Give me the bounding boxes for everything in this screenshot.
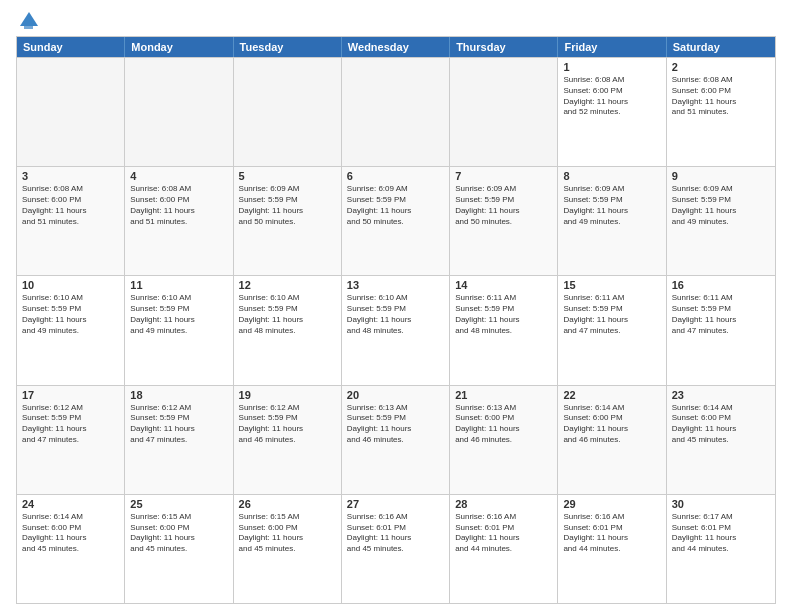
day-number: 10 — [22, 279, 119, 291]
day-number: 16 — [672, 279, 770, 291]
day-number: 18 — [130, 389, 227, 401]
day-number: 27 — [347, 498, 444, 510]
day-info: Sunrise: 6:09 AM Sunset: 5:59 PM Dayligh… — [672, 184, 770, 227]
day-number: 1 — [563, 61, 660, 73]
day-info: Sunrise: 6:08 AM Sunset: 6:00 PM Dayligh… — [672, 75, 770, 118]
day-info: Sunrise: 6:11 AM Sunset: 5:59 PM Dayligh… — [455, 293, 552, 336]
header — [16, 12, 776, 28]
day-info: Sunrise: 6:08 AM Sunset: 6:00 PM Dayligh… — [22, 184, 119, 227]
day-cell-9: 9Sunrise: 6:09 AM Sunset: 5:59 PM Daylig… — [667, 167, 775, 275]
day-number: 24 — [22, 498, 119, 510]
day-info: Sunrise: 6:14 AM Sunset: 6:00 PM Dayligh… — [563, 403, 660, 446]
day-cell-6: 6Sunrise: 6:09 AM Sunset: 5:59 PM Daylig… — [342, 167, 450, 275]
day-number: 30 — [672, 498, 770, 510]
day-cell-1: 1Sunrise: 6:08 AM Sunset: 6:00 PM Daylig… — [558, 58, 666, 166]
day-info: Sunrise: 6:14 AM Sunset: 6:00 PM Dayligh… — [22, 512, 119, 555]
day-info: Sunrise: 6:15 AM Sunset: 6:00 PM Dayligh… — [239, 512, 336, 555]
day-number: 20 — [347, 389, 444, 401]
day-info: Sunrise: 6:13 AM Sunset: 5:59 PM Dayligh… — [347, 403, 444, 446]
logo — [16, 12, 40, 28]
day-number: 11 — [130, 279, 227, 291]
day-cell-5: 5Sunrise: 6:09 AM Sunset: 5:59 PM Daylig… — [234, 167, 342, 275]
calendar-row-2: 3Sunrise: 6:08 AM Sunset: 6:00 PM Daylig… — [17, 166, 775, 275]
day-number: 9 — [672, 170, 770, 182]
empty-cell — [342, 58, 450, 166]
day-number: 22 — [563, 389, 660, 401]
header-day-friday: Friday — [558, 37, 666, 57]
calendar-row-5: 24Sunrise: 6:14 AM Sunset: 6:00 PM Dayli… — [17, 494, 775, 603]
day-info: Sunrise: 6:12 AM Sunset: 5:59 PM Dayligh… — [130, 403, 227, 446]
header-day-thursday: Thursday — [450, 37, 558, 57]
day-cell-11: 11Sunrise: 6:10 AM Sunset: 5:59 PM Dayli… — [125, 276, 233, 384]
day-cell-15: 15Sunrise: 6:11 AM Sunset: 5:59 PM Dayli… — [558, 276, 666, 384]
day-info: Sunrise: 6:13 AM Sunset: 6:00 PM Dayligh… — [455, 403, 552, 446]
day-info: Sunrise: 6:09 AM Sunset: 5:59 PM Dayligh… — [455, 184, 552, 227]
day-cell-26: 26Sunrise: 6:15 AM Sunset: 6:00 PM Dayli… — [234, 495, 342, 603]
day-number: 4 — [130, 170, 227, 182]
empty-cell — [450, 58, 558, 166]
day-info: Sunrise: 6:17 AM Sunset: 6:01 PM Dayligh… — [672, 512, 770, 555]
day-cell-27: 27Sunrise: 6:16 AM Sunset: 6:01 PM Dayli… — [342, 495, 450, 603]
day-cell-8: 8Sunrise: 6:09 AM Sunset: 5:59 PM Daylig… — [558, 167, 666, 275]
day-cell-25: 25Sunrise: 6:15 AM Sunset: 6:00 PM Dayli… — [125, 495, 233, 603]
calendar-row-4: 17Sunrise: 6:12 AM Sunset: 5:59 PM Dayli… — [17, 385, 775, 494]
day-cell-28: 28Sunrise: 6:16 AM Sunset: 6:01 PM Dayli… — [450, 495, 558, 603]
day-number: 8 — [563, 170, 660, 182]
day-cell-30: 30Sunrise: 6:17 AM Sunset: 6:01 PM Dayli… — [667, 495, 775, 603]
header-day-tuesday: Tuesday — [234, 37, 342, 57]
day-info: Sunrise: 6:10 AM Sunset: 5:59 PM Dayligh… — [347, 293, 444, 336]
calendar-row-3: 10Sunrise: 6:10 AM Sunset: 5:59 PM Dayli… — [17, 275, 775, 384]
page: SundayMondayTuesdayWednesdayThursdayFrid… — [0, 0, 792, 612]
day-cell-24: 24Sunrise: 6:14 AM Sunset: 6:00 PM Dayli… — [17, 495, 125, 603]
day-number: 21 — [455, 389, 552, 401]
day-cell-29: 29Sunrise: 6:16 AM Sunset: 6:01 PM Dayli… — [558, 495, 666, 603]
day-cell-10: 10Sunrise: 6:10 AM Sunset: 5:59 PM Dayli… — [17, 276, 125, 384]
day-cell-14: 14Sunrise: 6:11 AM Sunset: 5:59 PM Dayli… — [450, 276, 558, 384]
day-number: 19 — [239, 389, 336, 401]
svg-marker-1 — [24, 26, 33, 29]
day-info: Sunrise: 6:09 AM Sunset: 5:59 PM Dayligh… — [239, 184, 336, 227]
header-day-wednesday: Wednesday — [342, 37, 450, 57]
day-number: 6 — [347, 170, 444, 182]
day-info: Sunrise: 6:12 AM Sunset: 5:59 PM Dayligh… — [239, 403, 336, 446]
empty-cell — [17, 58, 125, 166]
day-cell-20: 20Sunrise: 6:13 AM Sunset: 5:59 PM Dayli… — [342, 386, 450, 494]
calendar: SundayMondayTuesdayWednesdayThursdayFrid… — [16, 36, 776, 604]
day-number: 29 — [563, 498, 660, 510]
day-cell-19: 19Sunrise: 6:12 AM Sunset: 5:59 PM Dayli… — [234, 386, 342, 494]
calendar-header: SundayMondayTuesdayWednesdayThursdayFrid… — [17, 37, 775, 57]
day-info: Sunrise: 6:09 AM Sunset: 5:59 PM Dayligh… — [347, 184, 444, 227]
header-day-sunday: Sunday — [17, 37, 125, 57]
day-cell-7: 7Sunrise: 6:09 AM Sunset: 5:59 PM Daylig… — [450, 167, 558, 275]
calendar-row-1: 1Sunrise: 6:08 AM Sunset: 6:00 PM Daylig… — [17, 57, 775, 166]
day-cell-4: 4Sunrise: 6:08 AM Sunset: 6:00 PM Daylig… — [125, 167, 233, 275]
calendar-body: 1Sunrise: 6:08 AM Sunset: 6:00 PM Daylig… — [17, 57, 775, 603]
day-info: Sunrise: 6:11 AM Sunset: 5:59 PM Dayligh… — [672, 293, 770, 336]
day-cell-21: 21Sunrise: 6:13 AM Sunset: 6:00 PM Dayli… — [450, 386, 558, 494]
day-number: 23 — [672, 389, 770, 401]
day-cell-17: 17Sunrise: 6:12 AM Sunset: 5:59 PM Dayli… — [17, 386, 125, 494]
day-info: Sunrise: 6:10 AM Sunset: 5:59 PM Dayligh… — [130, 293, 227, 336]
day-number: 25 — [130, 498, 227, 510]
day-info: Sunrise: 6:16 AM Sunset: 6:01 PM Dayligh… — [347, 512, 444, 555]
day-cell-18: 18Sunrise: 6:12 AM Sunset: 5:59 PM Dayli… — [125, 386, 233, 494]
day-cell-12: 12Sunrise: 6:10 AM Sunset: 5:59 PM Dayli… — [234, 276, 342, 384]
day-info: Sunrise: 6:08 AM Sunset: 6:00 PM Dayligh… — [130, 184, 227, 227]
day-cell-22: 22Sunrise: 6:14 AM Sunset: 6:00 PM Dayli… — [558, 386, 666, 494]
day-number: 2 — [672, 61, 770, 73]
svg-marker-0 — [20, 12, 38, 26]
day-number: 14 — [455, 279, 552, 291]
logo-icon — [18, 10, 40, 32]
day-number: 7 — [455, 170, 552, 182]
day-cell-13: 13Sunrise: 6:10 AM Sunset: 5:59 PM Dayli… — [342, 276, 450, 384]
day-info: Sunrise: 6:16 AM Sunset: 6:01 PM Dayligh… — [455, 512, 552, 555]
day-number: 17 — [22, 389, 119, 401]
day-info: Sunrise: 6:09 AM Sunset: 5:59 PM Dayligh… — [563, 184, 660, 227]
day-number: 28 — [455, 498, 552, 510]
day-info: Sunrise: 6:11 AM Sunset: 5:59 PM Dayligh… — [563, 293, 660, 336]
day-cell-23: 23Sunrise: 6:14 AM Sunset: 6:00 PM Dayli… — [667, 386, 775, 494]
day-info: Sunrise: 6:08 AM Sunset: 6:00 PM Dayligh… — [563, 75, 660, 118]
day-number: 3 — [22, 170, 119, 182]
day-cell-3: 3Sunrise: 6:08 AM Sunset: 6:00 PM Daylig… — [17, 167, 125, 275]
day-info: Sunrise: 6:10 AM Sunset: 5:59 PM Dayligh… — [239, 293, 336, 336]
